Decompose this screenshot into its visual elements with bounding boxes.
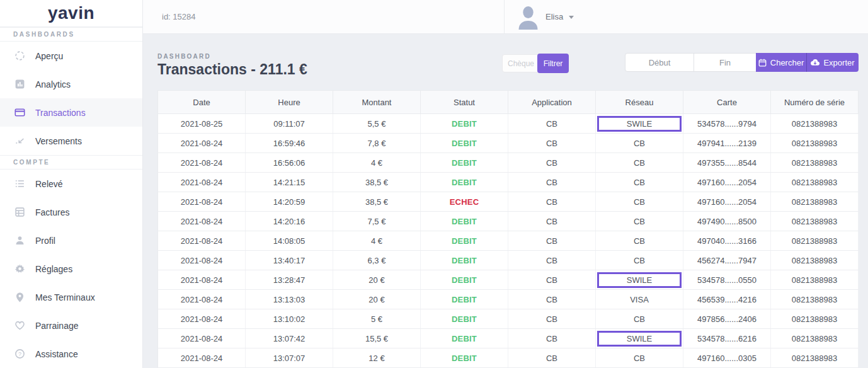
cell-statut: DEBIT (421, 270, 508, 290)
transactions-table: DateHeureMontantStatutApplicationRéseauC… (157, 90, 859, 368)
column-header-date: Date (158, 91, 246, 114)
cell-reseau: CB (596, 134, 683, 153)
overview-icon (14, 50, 25, 61)
transactions-table-container: DateHeureMontantStatutApplicationRéseauC… (157, 90, 859, 368)
cell-statut: DEBIT (421, 212, 508, 231)
sidebar-section-label-compte: COMPTE (0, 155, 142, 170)
heart-icon (14, 320, 25, 331)
cell-serie: 0821388983 (771, 251, 859, 270)
table-row: 2021-08-2414:20:167,5 €DEBITCBCB497490..… (158, 212, 859, 231)
cell-statut: DEBIT (421, 153, 508, 173)
cell-serie: 0821388983 (771, 212, 859, 231)
cell-reseau: CB (596, 173, 683, 192)
sidebar-item-label: Relevé (35, 179, 63, 189)
sidebar-item-profil[interactable]: Profil (0, 226, 142, 255)
end-date-input[interactable] (694, 53, 757, 72)
cell-carte: 497355......8544 (683, 153, 771, 173)
table-row: 2021-08-2413:07:4215,5 €DEBITCBSWILE5345… (158, 329, 859, 348)
cell-montant: 7,8 € (333, 134, 421, 153)
cell-statut: ECHEC (421, 192, 508, 212)
sidebar-item-parrainage[interactable]: Parrainage (0, 311, 142, 340)
sidebar-item-reglages[interactable]: Réglages (0, 255, 142, 283)
cell-heure: 14:08:05 (246, 231, 333, 251)
cell-reseau: CB (596, 192, 683, 212)
cell-heure: 16:56:06 (246, 153, 333, 173)
cell-application: CB (508, 309, 596, 329)
user-menu[interactable]: Elisa (504, 0, 574, 33)
table-row: 2021-08-2414:08:054 €DEBITCBCB497040....… (158, 231, 859, 251)
cell-reseau: SWILE (596, 114, 683, 134)
table-header-row: DateHeureMontantStatutApplicationRéseauC… (158, 91, 859, 114)
cell-statut: DEBIT (421, 309, 508, 329)
swile-network-badge: SWILE (597, 331, 682, 347)
search-button[interactable]: Chercher (756, 53, 807, 72)
cell-serie: 0821388983 (771, 290, 859, 309)
cell-heure: 16:59:46 (246, 134, 333, 153)
cell-serie: 0821388983 (771, 309, 859, 329)
invoice-icon (14, 207, 25, 217)
cell-serie: 0821388983 (771, 192, 859, 212)
transfer-arrow-icon (14, 135, 25, 146)
gear-icon (14, 263, 25, 274)
sidebar-item-factures[interactable]: Factures (0, 198, 142, 226)
cell-montant: 4 € (333, 153, 421, 173)
user-avatar-icon (517, 4, 540, 30)
cell-heure: 13:07:07 (246, 348, 333, 368)
cell-heure: 13:40:17 (246, 251, 333, 270)
cheque-filter-input[interactable] (502, 54, 540, 72)
sidebar-item-label: Versements (35, 136, 82, 146)
cell-montant: 38,5 € (333, 192, 421, 212)
start-date-input[interactable] (625, 53, 694, 72)
sidebar-item-versements[interactable]: Versements (0, 127, 142, 155)
cell-serie: 0821388983 (771, 270, 859, 290)
cell-montant: 6,3 € (333, 251, 421, 270)
cell-carte: 534578......0550 (683, 270, 771, 290)
user-name: Elisa (545, 12, 563, 21)
sidebar-item-label: Profil (35, 236, 55, 246)
sidebar-item-label: Analytics (35, 79, 71, 89)
brand-logo: yavin (0, 0, 142, 27)
column-header-carte: Carte (683, 91, 771, 114)
search-button-label: Chercher (770, 58, 804, 67)
cell-reseau: CB (596, 231, 683, 251)
sidebar-item-releve[interactable]: Relevé (0, 170, 142, 198)
main-column: id: 15284 Elisa DASHBOARD Transactions -… (143, 0, 868, 368)
cell-heure: 14:21:15 (246, 173, 333, 192)
cell-montant: 20 € (333, 270, 421, 290)
cell-application: CB (508, 270, 596, 290)
export-button[interactable]: Exporter (807, 53, 859, 72)
sidebar-nav: DASHBOARDSAperçuAnalyticsTransactionsVer… (0, 27, 142, 368)
cell-date: 2021-08-24 (158, 251, 246, 270)
cell-carte: 534578......9794 (683, 114, 771, 134)
sidebar-item-analytics[interactable]: Analytics (0, 70, 142, 98)
cell-application: CB (508, 134, 596, 153)
sidebar-item-label: Assistance (35, 349, 78, 359)
cell-statut: DEBIT (421, 348, 508, 368)
cell-reseau: CB (596, 153, 683, 173)
profile-icon (14, 235, 25, 246)
cell-heure: 09:11:07 (246, 114, 333, 134)
cell-date: 2021-08-25 (158, 114, 246, 134)
cell-carte: 456274......7947 (683, 251, 771, 270)
cell-date: 2021-08-24 (158, 192, 246, 212)
filter-button[interactable]: Filtrer (537, 54, 569, 73)
sidebar-item-apercu[interactable]: Aperçu (0, 42, 142, 70)
sidebar-item-label: Parrainage (35, 321, 79, 331)
sidebar-item-transactions[interactable]: Transactions (0, 98, 142, 127)
calendar-icon (758, 59, 767, 67)
sidebar-item-label: Factures (35, 207, 69, 217)
cell-heure: 13:13:03 (246, 290, 333, 309)
cheque-filter-group: Filtrer (502, 54, 569, 73)
sidebar-item-mes-terminaux[interactable]: Mes Terminaux (0, 283, 142, 311)
statement-list-icon (14, 178, 25, 189)
cell-montant: 12 € (333, 348, 421, 368)
sidebar-item-label: Mes Terminaux (35, 292, 95, 302)
table-row: 2021-08-2413:10:025 €DEBITCBCB497856....… (158, 309, 859, 329)
cell-statut: DEBIT (421, 114, 508, 134)
cell-date: 2021-08-24 (158, 173, 246, 192)
cell-application: CB (508, 212, 596, 231)
cell-serie: 0821388983 (771, 231, 859, 251)
table-row: 2021-08-2414:21:1538,5 €DEBITCBCB497160.… (158, 173, 859, 192)
column-header-application: Application (508, 91, 596, 114)
sidebar-item-assistance[interactable]: ?Assistance (0, 340, 142, 368)
